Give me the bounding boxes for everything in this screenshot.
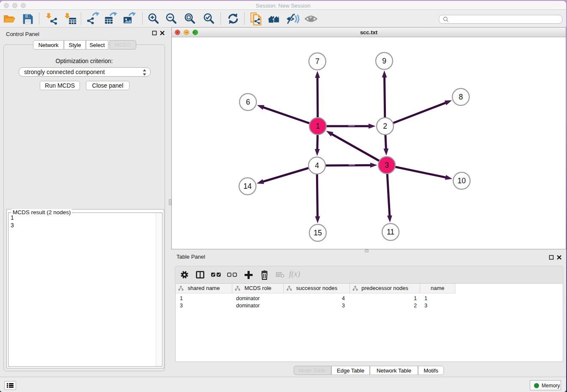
svg-text:4: 4 — [315, 161, 319, 170]
svg-text:1: 1 — [316, 122, 320, 130]
svg-text:9: 9 — [382, 57, 386, 65]
svg-text:10: 10 — [457, 177, 466, 185]
svg-text:7: 7 — [315, 57, 319, 66]
svg-text:6: 6 — [246, 98, 250, 106]
svg-text:f(x): f(x) — [289, 270, 300, 279]
svg-text:8: 8 — [459, 93, 463, 101]
svg-text:11: 11 — [387, 228, 394, 236]
svg-text:3: 3 — [385, 161, 389, 169]
svg-text:15: 15 — [314, 229, 322, 237]
svg-text:14: 14 — [243, 182, 252, 190]
svg-text:2: 2 — [383, 122, 387, 130]
